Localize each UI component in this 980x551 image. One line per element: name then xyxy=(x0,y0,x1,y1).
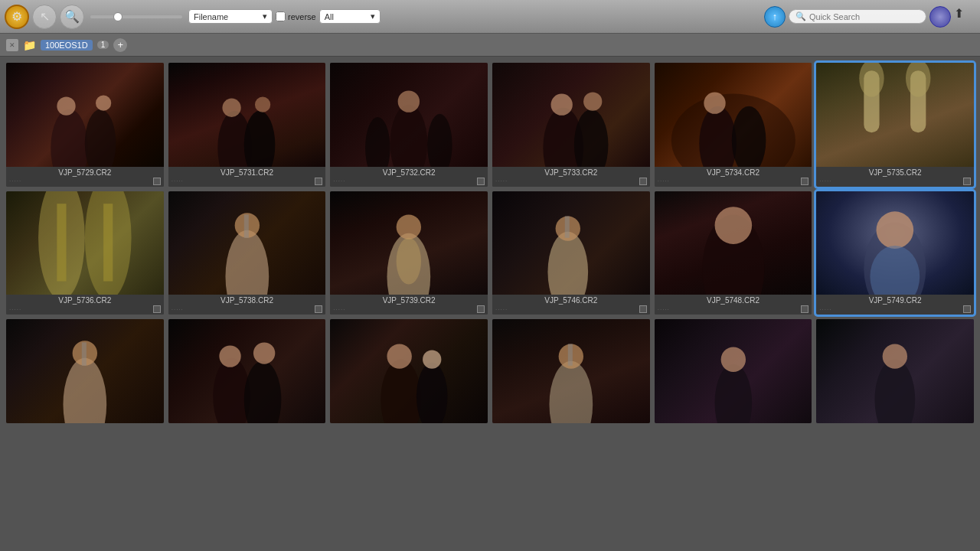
star-rating[interactable]: · xyxy=(662,306,664,313)
upload-button[interactable]: ↑ xyxy=(764,6,786,28)
star-rating[interactable]: · xyxy=(665,178,666,184)
photo-cell[interactable]: VJP_5733.CR2····· xyxy=(492,63,650,187)
star-rating[interactable]: · xyxy=(333,306,335,313)
star-rating[interactable]: · xyxy=(176,306,178,313)
reverse-checkbox-container[interactable]: reverse xyxy=(276,11,316,21)
photo-cell[interactable] xyxy=(492,319,650,423)
photo-cell[interactable]: VJP_5729.CR2····· xyxy=(6,63,164,187)
star-rating[interactable]: · xyxy=(17,306,18,313)
star-rating[interactable]: · xyxy=(503,306,505,313)
quick-search-input[interactable] xyxy=(809,12,920,21)
star-rating[interactable]: · xyxy=(505,306,507,313)
star-rating[interactable]: · xyxy=(11,306,13,313)
add-folder-button[interactable]: + xyxy=(113,38,127,52)
star-rating[interactable]: · xyxy=(500,178,501,184)
star-rating[interactable]: · xyxy=(14,306,15,313)
star-rating[interactable]: · xyxy=(829,178,831,184)
star-rating[interactable]: · xyxy=(829,306,831,313)
photo-cell[interactable]: ↩VJP_5739.CR2····· xyxy=(330,191,488,315)
star-rating[interactable]: · xyxy=(825,306,826,313)
photo-cell[interactable] xyxy=(655,319,812,423)
star-rating[interactable]: · xyxy=(336,306,338,313)
star-rating[interactable]: · xyxy=(341,306,342,313)
star-rating[interactable]: · xyxy=(827,306,828,313)
zoom-slider-thumb[interactable] xyxy=(113,12,122,21)
star-rating[interactable]: · xyxy=(658,178,659,184)
photo-cell[interactable]: ↩VJP_5738.CR2····· xyxy=(168,191,326,315)
photo-select-checkbox[interactable] xyxy=(639,178,647,185)
star-rating[interactable]: · xyxy=(825,178,826,184)
star-rating[interactable]: · xyxy=(9,178,11,184)
star-rating[interactable]: · xyxy=(498,306,499,313)
photo-cell[interactable] xyxy=(330,319,488,423)
cursor-tool-button[interactable]: ↖ xyxy=(32,5,57,29)
star-rating[interactable]: · xyxy=(343,178,345,184)
sort-dropdown[interactable]: Filename ▾ xyxy=(188,9,273,24)
photo-select-checkbox[interactable] xyxy=(477,305,485,313)
star-rating[interactable]: · xyxy=(819,306,821,313)
star-rating[interactable]: · xyxy=(343,306,345,313)
photo-select-checkbox[interactable] xyxy=(477,178,485,185)
star-rating[interactable]: · xyxy=(819,178,821,184)
photo-cell[interactable]: VJP_5735.CR2····· xyxy=(816,63,974,187)
photo-select-checkbox[interactable] xyxy=(639,305,647,313)
star-rating[interactable]: · xyxy=(658,306,659,313)
photo-select-checkbox[interactable] xyxy=(963,305,971,313)
star-rating[interactable]: · xyxy=(181,306,183,313)
photo-select-checkbox[interactable] xyxy=(153,178,161,185)
star-rating[interactable]: · xyxy=(17,178,18,184)
quick-search-container[interactable]: 🔍 xyxy=(789,9,926,24)
photo-cell[interactable]: ↩ xyxy=(6,319,164,423)
star-rating[interactable]: · xyxy=(172,306,173,313)
star-rating[interactable]: · xyxy=(181,178,183,184)
star-rating[interactable]: · xyxy=(172,178,173,184)
gear-button[interactable]: ⚙ xyxy=(5,5,29,29)
star-rating[interactable]: · xyxy=(505,178,507,184)
star-rating[interactable]: · xyxy=(19,306,21,313)
share-button[interactable]: ⬆ xyxy=(954,6,975,28)
star-rating[interactable]: · xyxy=(174,306,175,313)
star-rating[interactable]: · xyxy=(336,178,338,184)
photo-cell[interactable]: VJP_5749.CR2····· xyxy=(816,191,974,315)
star-rating[interactable]: · xyxy=(495,178,497,184)
star-rating[interactable]: · xyxy=(668,178,669,184)
filter-dropdown[interactable]: All ▾ xyxy=(319,9,381,24)
photo-select-checkbox[interactable] xyxy=(801,178,808,185)
photo-select-checkbox[interactable] xyxy=(153,305,161,313)
user-avatar-button[interactable] xyxy=(929,6,951,28)
star-rating[interactable]: · xyxy=(500,306,501,313)
photo-select-checkbox[interactable] xyxy=(963,178,971,185)
star-rating[interactable]: · xyxy=(665,306,666,313)
star-rating[interactable]: · xyxy=(660,178,662,184)
star-rating[interactable]: · xyxy=(11,178,13,184)
star-rating[interactable]: · xyxy=(19,178,21,184)
photo-cell[interactable]: VJP_5732.CR2····· xyxy=(330,63,488,187)
star-rating[interactable]: · xyxy=(176,178,178,184)
zoom-slider-track[interactable] xyxy=(90,15,182,18)
star-rating[interactable]: · xyxy=(9,306,11,313)
star-rating[interactable]: · xyxy=(822,306,824,313)
photo-cell[interactable]: ↩VJP_5748.CR2····· xyxy=(655,191,812,315)
photo-cell[interactable]: VJP_5731.CR2····· xyxy=(168,63,326,187)
photo-select-checkbox[interactable] xyxy=(315,305,322,313)
photo-select-checkbox[interactable] xyxy=(315,178,322,185)
star-rating[interactable]: · xyxy=(668,306,669,313)
star-rating[interactable]: · xyxy=(178,178,180,184)
star-rating[interactable]: · xyxy=(333,178,335,184)
star-rating[interactable]: · xyxy=(662,178,664,184)
star-rating[interactable]: · xyxy=(827,178,828,184)
star-rating[interactable]: · xyxy=(822,178,824,184)
star-rating[interactable]: · xyxy=(14,178,15,184)
photo-cell[interactable]: VJP_5734.CR2····· xyxy=(655,63,812,187)
star-rating[interactable]: · xyxy=(174,178,175,184)
star-rating[interactable]: · xyxy=(341,178,342,184)
photo-cell[interactable]: VJP_5746.CR2····· xyxy=(492,191,650,315)
star-rating[interactable]: · xyxy=(498,178,499,184)
photo-cell[interactable] xyxy=(816,319,974,423)
star-rating[interactable]: · xyxy=(495,306,497,313)
search-tool-button[interactable]: 🔍 xyxy=(60,5,84,29)
photo-select-checkbox[interactable] xyxy=(801,305,808,313)
reverse-checkbox[interactable] xyxy=(276,11,286,21)
star-rating[interactable]: · xyxy=(338,306,340,313)
photo-cell[interactable] xyxy=(168,319,326,423)
